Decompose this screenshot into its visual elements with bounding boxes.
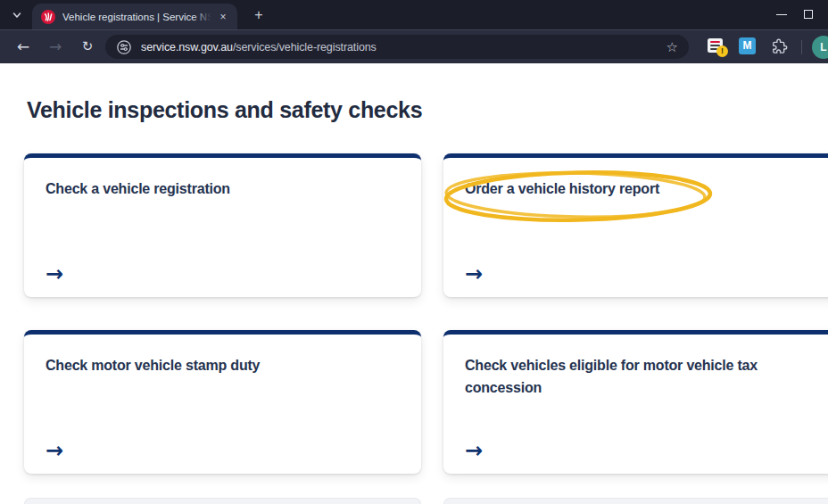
window-controls [764,0,828,29]
toolbar-divider [801,40,802,54]
browser-tab[interactable]: Vehicle registrations | Service NSW × [32,4,237,29]
card-title: Check motor vehicle stamp duty [46,354,402,376]
url-path: /services/vehicle-registrations [233,41,377,54]
forward-button[interactable]: → [41,32,70,61]
site-settings-icon[interactable] [116,39,132,55]
card-order-vehicle-history-report[interactable]: Order a vehicle history report → [443,153,828,297]
card-check-vehicle-registration[interactable]: Check a vehicle registration → [24,153,421,297]
back-button[interactable]: ← [9,32,37,61]
tab-title-fade [193,4,216,29]
tab-search-icon[interactable] [7,5,27,25]
arrow-right-icon[interactable]: → [465,263,483,285]
next-row-card-stub [24,498,421,504]
address-bar[interactable]: service.nsw.gov.au/services/vehicle-regi… [105,35,689,59]
url-text: service.nsw.gov.au/services/vehicle-regi… [141,41,667,54]
puzzle-piece-icon [769,37,789,56]
reload-button[interactable]: ↻ [73,32,102,61]
extension-warning-badge: ! [716,45,728,57]
window-minimize-button[interactable] [764,0,799,29]
card-check-motor-vehicle-stamp-duty[interactable]: Check motor vehicle stamp duty → [24,330,421,474]
arrow-right-icon[interactable]: → [465,440,483,461]
arrow-right-icon[interactable]: → [46,263,63,285]
tab-strip: Vehicle registrations | Service NSW × + [0,0,828,29]
card-title: Order a vehicle history report [465,178,821,200]
card-title: Check vehicles eligible for motor vehicl… [465,354,821,399]
arrow-right-icon[interactable]: → [46,440,63,461]
url-domain: service.nsw.gov.au [141,41,233,54]
next-row-card-stub [443,498,828,504]
extension-m-icon[interactable]: M [739,37,756,54]
new-tab-button[interactable]: + [250,6,268,24]
browser-toolbar: ← → ↻ service.nsw.gov.au/services/vehicl… [0,29,828,63]
service-nsw-favicon-icon [41,10,55,24]
maximize-icon [804,10,813,19]
page-title: Vehicle inspections and safety checks [27,97,422,123]
window-maximize-button[interactable] [799,0,828,29]
card-title: Check a vehicle registration [46,178,402,200]
doc-line [710,41,720,43]
chevron-down-icon [11,9,23,21]
card-check-vehicles-tax-concession[interactable]: Check vehicles eligible for motor vehicl… [443,330,828,474]
extensions-puzzle-icon[interactable] [769,37,789,56]
bookmark-star-icon[interactable]: ☆ [667,39,678,55]
tab-close-icon[interactable]: × [216,10,230,24]
profile-avatar[interactable]: L [812,36,828,59]
page-content: Vehicle inspections and safety checks Ch… [0,63,828,504]
minimize-icon [776,14,787,15]
